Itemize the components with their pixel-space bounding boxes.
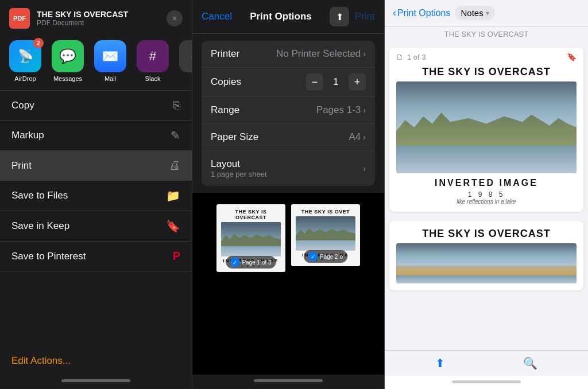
paper-size-label: Paper Size [211, 131, 258, 143]
markup-label: Markup [11, 130, 44, 141]
copies-label: Copies [211, 76, 241, 88]
back-chevron-icon: ‹ [393, 7, 396, 19]
cancel-button[interactable]: Cancel [202, 11, 232, 22]
preview-page-1[interactable]: THE SKY IS OVERCAST INVERTED IMAGE 1 9 8… [216, 204, 285, 272]
save-to-files-label: Save to Files [11, 190, 68, 201]
slack-icon: # [137, 40, 169, 72]
copies-controls: − 1 + [306, 73, 366, 91]
markup-action[interactable]: Markup ✎ [0, 120, 192, 151]
mail-label: Mail [105, 75, 116, 82]
printer-option[interactable]: Printer No Printer Selected › [202, 41, 375, 68]
water-layer [396, 146, 577, 173]
action-list: Copy ⎘ Markup ✎ Print 🖨 Save to Files 📁 … [0, 91, 192, 347]
panel1-title-block: THE SKY IS OVERCAST PDF Document [37, 10, 160, 27]
doc-card-2-image [396, 243, 577, 283]
notes-button[interactable]: Notes ▾ [455, 6, 494, 20]
airdrop-icon: 📡 2 [9, 40, 41, 72]
print-action[interactable]: Print 🖨 [0, 151, 192, 181]
home-indicator-3 [452, 380, 521, 383]
page2-badge: ✓ Page 2 o [304, 250, 347, 263]
doc-main-title: THE SKY IS OVERCAST [396, 66, 577, 78]
slack-app[interactable]: # Slack [137, 40, 169, 82]
print-options-title: Print Options [250, 11, 312, 22]
messages-icon: 💬 [52, 40, 84, 72]
panel1-subtitle: PDF Document [37, 19, 160, 27]
layout-label: Layout [211, 158, 267, 170]
range-option[interactable]: Range Pages 1-3 › [202, 97, 375, 124]
copies-increment-button[interactable]: + [349, 73, 366, 91]
notes-label: Notes [461, 8, 483, 18]
back-label: Print Options [397, 8, 450, 18]
pdf-icon: PDF [9, 8, 30, 29]
more-icon: ··· [179, 40, 192, 72]
copies-decrement-button[interactable]: − [306, 73, 323, 91]
notes-viewer-panel: ‹ Print Options Notes ▾ THE SKY IS OVERC… [385, 0, 588, 389]
range-label: Range [211, 104, 239, 116]
mail-app[interactable]: ✉️ Mail [94, 40, 126, 82]
print-button[interactable]: Print [355, 11, 375, 22]
printer-label: Printer [211, 48, 239, 60]
sky-layer-2 [396, 243, 577, 266]
doc-cover-image [396, 81, 577, 173]
doc-card-2-content: THE SKY IS OVERCAST [389, 221, 583, 290]
panel1-header: PDF THE SKY IS OVERCAST PDF Document × [0, 0, 192, 34]
doc-year: 1 9 8 5 [396, 190, 577, 199]
panel1-title: THE SKY IS OVERCAST [37, 10, 160, 19]
close-button[interactable]: × [167, 10, 183, 26]
markup-icon: ✎ [171, 129, 180, 142]
save-to-pinterest-action[interactable]: Save to Pinterest P [0, 242, 192, 271]
copies-count: 1 [330, 76, 342, 88]
print-options-panel: Cancel Print Options ⬆ Print Printer No … [192, 0, 385, 389]
doc-card-1-content: THE SKY IS OVERCAST INVERTED IMAGE 1 9 8… [389, 66, 583, 212]
more-app[interactable]: ··· [179, 40, 192, 82]
save-in-keep-action[interactable]: Save in Keep 🔖 [0, 211, 192, 242]
airdrop-label: AirDrop [14, 75, 36, 82]
print-options-section: Printer No Printer Selected › Copies − 1… [192, 34, 384, 193]
layout-subtext: 1 page per sheet [211, 170, 267, 178]
page2-check-icon: ✓ [308, 252, 318, 261]
paper-size-option[interactable]: Paper Size A4 › [202, 124, 375, 151]
share-toolbar-button[interactable]: ⬆ [435, 356, 445, 370]
copy-label: Copy [11, 100, 34, 111]
save-to-files-action[interactable]: Save to Files 📁 [0, 181, 192, 211]
page1-check-icon: ✓ [230, 258, 239, 267]
home-indicator [61, 379, 130, 382]
copy-action[interactable]: Copy ⎘ [0, 91, 192, 120]
page1-label: Page 1 of 3 [242, 259, 271, 266]
print-icon: 🖨 [169, 159, 180, 172]
notes-chevron-icon: ▾ [486, 9, 489, 17]
range-value: Pages 1-3 › [316, 104, 366, 116]
search-bar-top: THE SKY IS OVERCAST [385, 26, 588, 43]
panel3-nav: ‹ Print Options Notes ▾ [385, 0, 588, 26]
layout-option[interactable]: Layout 1 page per sheet › [202, 151, 375, 186]
airdrop-app[interactable]: 📡 2 AirDrop [9, 40, 41, 82]
document-scroll[interactable]: 🗋 1 of 3 🔖 THE SKY IS OVERCAST INVERTED … [385, 43, 588, 350]
share-button[interactable]: ⬆ [330, 7, 349, 26]
preview-page-2[interactable]: THE SKY IS OVET INVERTED IMA 1 9 8 5 ✓ P… [291, 204, 360, 266]
airdrop-badge: 2 [33, 38, 44, 48]
messages-app[interactable]: 💬 Messages [52, 40, 84, 82]
save-keep-icon: 🔖 [166, 219, 180, 233]
save-to-pinterest-label: Save to Pinterest [11, 251, 86, 262]
doc-subtitle: INVERTED IMAGE [396, 178, 577, 188]
messages-label: Messages [53, 75, 82, 82]
doc-tagline: like reflections in a lake [396, 199, 577, 205]
printer-value: No Printer Selected › [276, 48, 366, 60]
edit-actions-button[interactable]: Edit Actions... [0, 347, 192, 375]
panel3-toolbar: ⬆ 🔍 [385, 350, 588, 376]
back-button[interactable]: ‹ Print Options [393, 7, 450, 19]
share-sheet-panel: PDF THE SKY IS OVERCAST PDF Document × 📡… [0, 0, 192, 389]
doc-card-2: THE SKY IS OVERCAST [389, 221, 583, 290]
page2-label: Page 2 o [320, 254, 343, 260]
page1-badge: ✓ Page 1 of 3 [226, 256, 276, 269]
page-icon: 🗋 [396, 53, 404, 61]
paper-size-value: A4 › [349, 131, 366, 143]
page-indicator: 🗋 1 of 3 [396, 53, 426, 61]
options-group: Printer No Printer Selected › Copies − 1… [202, 41, 375, 186]
copy-icon: ⎘ [173, 99, 180, 112]
doc-card-1: 🗋 1 of 3 🔖 THE SKY IS OVERCAST INVERTED … [389, 48, 583, 212]
search-toolbar-button[interactable]: 🔍 [523, 356, 537, 370]
layout-chevron: › [363, 164, 366, 173]
page-count: 1 of 3 [407, 53, 426, 61]
print-label: Print [11, 160, 32, 172]
